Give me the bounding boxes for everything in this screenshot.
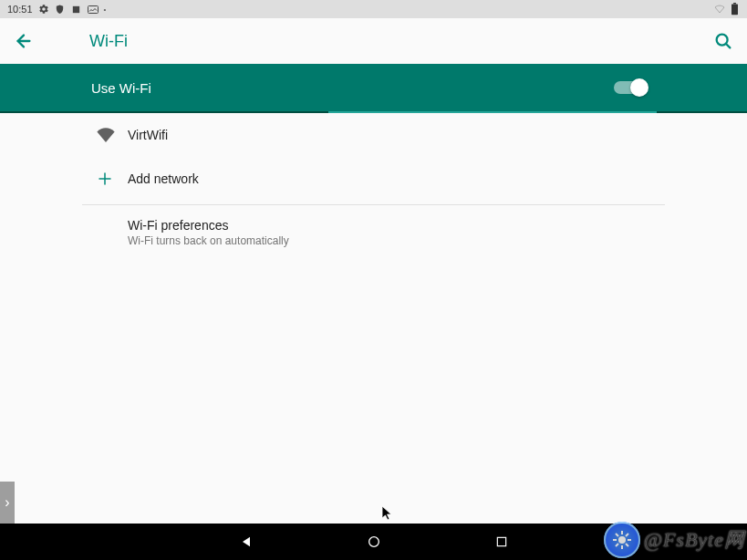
square-status-icon bbox=[71, 4, 82, 15]
add-network-label: Add network bbox=[128, 171, 199, 186]
image-status-icon bbox=[88, 4, 99, 15]
divider bbox=[82, 204, 665, 205]
wifi-network-name: VirtWifi bbox=[128, 128, 168, 142]
battery-status-icon bbox=[729, 4, 740, 15]
app-bar: Wi-Fi bbox=[0, 18, 747, 64]
wifi-preferences-subtitle: Wi-Fi turns back on automatically bbox=[128, 234, 289, 247]
status-time: 10:51 bbox=[7, 4, 33, 15]
wifi-signal-icon bbox=[82, 128, 122, 142]
wifi-status-icon bbox=[714, 4, 725, 15]
wifi-network-item[interactable]: VirtWifi bbox=[82, 113, 665, 157]
wifi-toggle-label: Use Wi-Fi bbox=[91, 80, 151, 96]
wifi-toggle-switch[interactable] bbox=[614, 78, 647, 97]
progress-indicator bbox=[0, 111, 747, 113]
nav-back-button[interactable] bbox=[237, 533, 255, 551]
svg-rect-1 bbox=[88, 5, 98, 13]
wifi-preferences-item[interactable]: Wi-Fi preferences Wi-Fi turns back on au… bbox=[82, 209, 665, 256]
page-title: Wi-Fi bbox=[89, 32, 128, 51]
search-button[interactable] bbox=[712, 30, 734, 52]
svg-rect-3 bbox=[733, 3, 736, 4]
wifi-toggle-bar[interactable]: Use Wi-Fi bbox=[0, 64, 747, 111]
chevron-right-icon: › bbox=[5, 494, 9, 511]
svg-point-5 bbox=[368, 537, 379, 547]
plus-icon bbox=[82, 171, 122, 187]
navigation-bar bbox=[0, 524, 747, 560]
mouse-cursor-icon bbox=[381, 505, 394, 525]
back-button[interactable] bbox=[13, 30, 35, 52]
nav-recent-button[interactable] bbox=[493, 533, 511, 551]
svg-rect-0 bbox=[73, 5, 79, 12]
shield-status-icon bbox=[55, 4, 66, 15]
svg-rect-2 bbox=[731, 4, 738, 15]
wifi-preferences-title: Wi-Fi preferences bbox=[128, 218, 289, 233]
svg-rect-6 bbox=[497, 537, 505, 545]
settings-status-icon bbox=[38, 4, 49, 15]
nav-home-button[interactable] bbox=[365, 533, 383, 551]
add-network-item[interactable]: Add network bbox=[82, 157, 665, 201]
status-bar: 10:51 • bbox=[0, 0, 747, 18]
dot-status-icon: • bbox=[104, 5, 107, 14]
side-drawer-handle[interactable]: › bbox=[0, 482, 15, 524]
